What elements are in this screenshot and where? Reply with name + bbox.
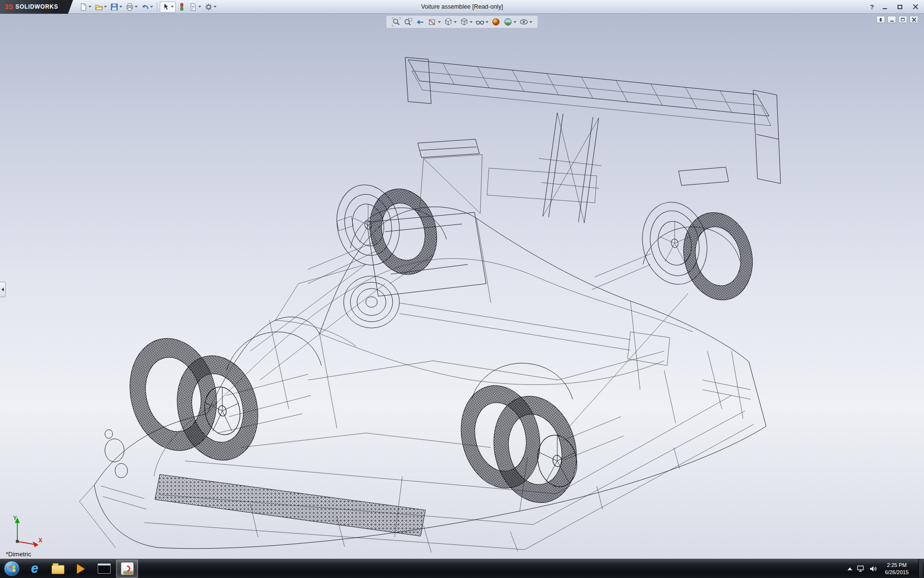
display-style-cube-icon bbox=[460, 17, 469, 26]
3ds-logo-icon: ЗS bbox=[4, 3, 13, 10]
rear-left-wheel[interactable] bbox=[450, 377, 587, 512]
volume-icon[interactable] bbox=[870, 565, 877, 572]
solidworks-application-window: ЗS SOLIDWORKS bbox=[0, 0, 924, 578]
hide-show-glasses-icon bbox=[475, 17, 485, 26]
network-icon[interactable] bbox=[857, 565, 865, 572]
close-icon bbox=[913, 4, 918, 10]
section-view-button[interactable] bbox=[427, 17, 442, 27]
taskbar-internet-explorer[interactable]: e bbox=[24, 560, 46, 578]
show-hidden-icons-button[interactable] bbox=[847, 567, 852, 570]
internet-explorer-icon: e bbox=[31, 562, 38, 575]
minimize-icon bbox=[883, 8, 887, 9]
orientation-triad: Y X bbox=[8, 513, 45, 548]
select-cursor-icon bbox=[162, 3, 170, 11]
document-restore-button[interactable] bbox=[898, 16, 907, 23]
triad-x-label: X bbox=[38, 537, 42, 544]
zoom-to-area-button[interactable] bbox=[403, 17, 414, 27]
edit-appearance-button[interactable] bbox=[490, 17, 501, 27]
wireframe-car-model[interactable] bbox=[0, 14, 924, 559]
chevron-down-icon[interactable] bbox=[89, 6, 91, 8]
pin-icon bbox=[880, 18, 882, 22]
printer-icon bbox=[126, 3, 134, 11]
system-tray: 2:25 PM 6/26/2015 bbox=[847, 559, 924, 578]
rear-right-wheel[interactable] bbox=[635, 196, 762, 307]
windows-taskbar: e 2015 2:25 PM 6/26/2015 bbox=[0, 559, 924, 578]
display-style-button[interactable] bbox=[459, 17, 474, 27]
feature-manager-collapse-tab[interactable] bbox=[0, 282, 6, 297]
document-close-button[interactable] bbox=[910, 16, 918, 23]
view-settings-button[interactable] bbox=[518, 17, 533, 27]
show-desktop-button[interactable] bbox=[918, 559, 923, 578]
view-settings-icon bbox=[519, 17, 528, 26]
undo-arrow-icon bbox=[141, 3, 149, 11]
chevron-down-icon[interactable] bbox=[470, 21, 473, 23]
document-title: Voiture assemblee [Read-only] bbox=[421, 0, 503, 14]
graphics-area[interactable]: Y X *Dimetric bbox=[0, 14, 924, 559]
chevron-down-icon[interactable] bbox=[529, 21, 532, 23]
start-button[interactable] bbox=[0, 560, 23, 578]
undo-button[interactable] bbox=[140, 1, 154, 13]
chevron-down-icon[interactable] bbox=[135, 6, 138, 8]
window-controls: ? bbox=[870, 0, 920, 14]
rebuild-button[interactable] bbox=[176, 1, 187, 13]
chevron-down-icon[interactable] bbox=[104, 6, 107, 8]
hide-show-items-button[interactable] bbox=[475, 17, 489, 27]
view-orientation-label: *Dimetric bbox=[6, 551, 31, 558]
radiator-mesh bbox=[155, 474, 425, 536]
new-document-button[interactable] bbox=[78, 1, 93, 13]
minimize-icon bbox=[890, 21, 894, 22]
triad-y-label: Y bbox=[13, 515, 17, 522]
file-properties-icon bbox=[189, 3, 197, 11]
view-orientation-cube-icon bbox=[444, 17, 453, 26]
zoom-to-fit-button[interactable] bbox=[391, 17, 402, 27]
front-right-wheel[interactable] bbox=[330, 179, 446, 282]
save-button[interactable] bbox=[109, 1, 124, 13]
zoom-to-area-icon bbox=[404, 17, 413, 26]
taskbar-clock[interactable]: 2:25 PM 6/26/2015 bbox=[885, 562, 909, 576]
scene-ball-icon bbox=[503, 17, 513, 26]
chevron-down-icon[interactable] bbox=[198, 6, 201, 8]
chevron-down-icon[interactable] bbox=[438, 21, 441, 23]
close-button[interactable] bbox=[911, 3, 920, 11]
previous-view-icon bbox=[416, 17, 425, 26]
select-button[interactable] bbox=[160, 1, 176, 13]
minimize-button[interactable] bbox=[880, 3, 889, 11]
chevron-down-icon[interactable] bbox=[486, 21, 488, 23]
taskbar-command-prompt[interactable] bbox=[93, 560, 115, 578]
folder-icon bbox=[51, 565, 64, 574]
maximize-icon bbox=[898, 5, 902, 9]
previous-view-button[interactable] bbox=[415, 17, 426, 27]
help-button[interactable]: ? bbox=[870, 3, 874, 11]
title-bar: ЗS SOLIDWORKS bbox=[0, 0, 924, 14]
maximize-button[interactable] bbox=[895, 3, 905, 11]
view-orientation-button[interactable] bbox=[443, 17, 458, 27]
apply-scene-button[interactable] bbox=[502, 17, 517, 27]
open-document-button[interactable] bbox=[93, 1, 108, 13]
chevron-down-icon[interactable] bbox=[171, 6, 174, 8]
chevron-left-icon bbox=[1, 288, 4, 291]
appearance-ball-icon bbox=[491, 17, 500, 26]
toolbar-separator bbox=[157, 2, 157, 11]
taskbar-windows-explorer[interactable] bbox=[47, 560, 69, 578]
solidworks-year-badge: 2015 bbox=[123, 570, 133, 575]
close-icon bbox=[912, 17, 916, 22]
print-button[interactable] bbox=[124, 1, 139, 13]
chevron-down-icon[interactable] bbox=[214, 6, 217, 8]
document-minimize-button[interactable] bbox=[887, 16, 896, 23]
main-toolbar bbox=[73, 1, 218, 13]
solidworks-logo[interactable]: ЗS SOLIDWORKS bbox=[0, 0, 73, 14]
options-button[interactable] bbox=[203, 1, 218, 13]
chevron-down-icon[interactable] bbox=[454, 21, 457, 23]
media-play-icon bbox=[77, 564, 85, 574]
front-left-wheel[interactable] bbox=[118, 329, 269, 469]
zoom-to-fit-icon bbox=[392, 17, 401, 26]
heads-up-view-toolbar bbox=[386, 15, 538, 28]
new-document-icon bbox=[79, 3, 88, 11]
document-pin-button[interactable] bbox=[876, 16, 885, 23]
chevron-down-icon[interactable] bbox=[150, 6, 153, 8]
chevron-down-icon[interactable] bbox=[513, 21, 516, 23]
taskbar-solidworks-2015[interactable]: 2015 bbox=[116, 560, 138, 578]
file-properties-button[interactable] bbox=[188, 1, 203, 13]
taskbar-media-player[interactable] bbox=[70, 560, 92, 578]
chevron-down-icon[interactable] bbox=[119, 6, 122, 8]
